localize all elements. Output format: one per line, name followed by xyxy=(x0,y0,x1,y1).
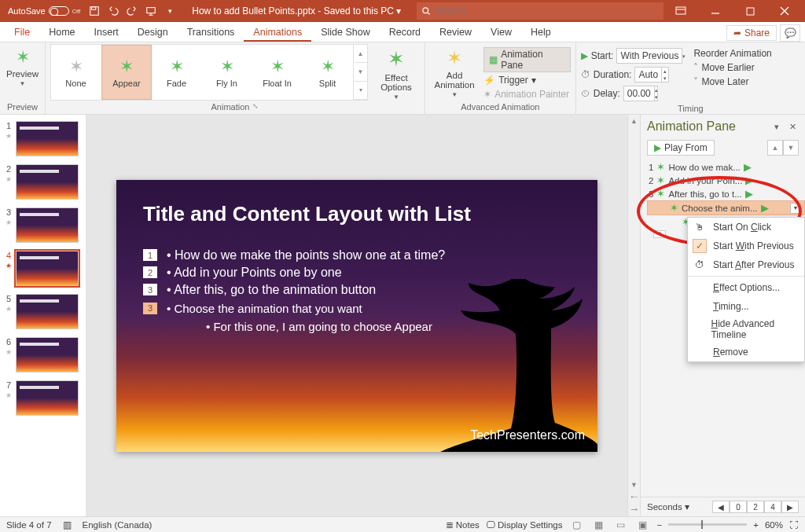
menu-remove[interactable]: Remove xyxy=(688,343,804,361)
document-title[interactable]: How to add Bullet Points.pptx - Saved to… xyxy=(192,6,401,17)
anim-seq-badge[interactable]: 3 xyxy=(143,303,157,314)
share-button[interactable]: ➦Share xyxy=(726,25,777,41)
thumb-row[interactable]: 7★ xyxy=(5,380,81,416)
gallery-item-split[interactable]: ✶Split xyxy=(303,45,353,100)
item-dropdown-icon[interactable]: ▾ xyxy=(790,203,801,214)
tab-insert[interactable]: Insert xyxy=(85,24,128,42)
maximize-icon[interactable] xyxy=(733,0,767,22)
thumb-row[interactable]: 4★ xyxy=(5,251,81,286)
thumb[interactable] xyxy=(16,337,79,372)
reading-view-icon[interactable]: ▭ xyxy=(613,519,629,531)
tab-animations[interactable]: Animations xyxy=(244,24,311,42)
gallery-item-flyin[interactable]: ✶Fly In xyxy=(202,45,252,100)
zoom-out-icon[interactable]: − xyxy=(657,520,663,530)
scroll-down-icon[interactable]: ▼ xyxy=(628,479,640,491)
slideshow-qat-icon[interactable] xyxy=(142,1,160,21)
search-input[interactable] xyxy=(436,6,659,17)
accessibility-icon[interactable]: ▥ xyxy=(63,519,72,530)
save-icon[interactable] xyxy=(85,1,104,21)
normal-view-icon[interactable]: ▢ xyxy=(569,519,585,531)
next-slide-icon[interactable]: ⭢ xyxy=(628,504,640,516)
start-select[interactable]: With Previous▾ xyxy=(616,48,682,64)
menu-timing[interactable]: Timing... xyxy=(688,297,804,316)
menu-start-with-previous[interactable]: ✓Start With Previous xyxy=(688,237,804,255)
tab-transitions[interactable]: Transitions xyxy=(178,24,244,42)
pane-close-icon[interactable]: ✕ xyxy=(786,120,799,133)
tab-help[interactable]: Help xyxy=(521,24,561,42)
timeline-tick[interactable]: 2 xyxy=(747,501,764,513)
move-later-button[interactable]: ˅Move Later xyxy=(693,75,771,88)
move-up-button[interactable]: ▲ xyxy=(767,140,783,156)
dialog-launcher-icon[interactable]: ⤡ xyxy=(252,102,259,112)
ribbon-display-icon[interactable] xyxy=(663,0,698,22)
thumb-row[interactable]: 1★ xyxy=(5,121,81,156)
anim-item[interactable]: 1✶How do we mak... ▶ xyxy=(647,160,805,174)
tab-view[interactable]: View xyxy=(481,24,521,42)
thumb[interactable] xyxy=(16,164,79,200)
gallery-item-none[interactable]: ✶None xyxy=(51,45,101,100)
thumb-row[interactable]: 5★ xyxy=(5,294,81,329)
menu-effect-options[interactable]: Effect Options... xyxy=(688,278,804,297)
collapse-toggle[interactable]: ⌃ xyxy=(653,230,666,238)
prev-slide-icon[interactable]: ⭠ xyxy=(628,491,640,504)
timeline-prev-icon[interactable]: ◀ xyxy=(712,501,730,513)
scroll-up-icon[interactable]: ▲ xyxy=(628,115,640,127)
anim-seq-badge[interactable]: 1 xyxy=(143,249,157,261)
zoom-in-icon[interactable]: + xyxy=(753,520,759,530)
close-icon[interactable] xyxy=(767,0,802,22)
move-earlier-button[interactable]: ˄Move Earlier xyxy=(693,61,771,74)
animation-pane-button[interactable]: ▦Animation Pane xyxy=(483,47,571,72)
gallery-item-floatin[interactable]: ✶Float In xyxy=(252,45,303,100)
thumb-row[interactable]: 3★ xyxy=(5,207,81,243)
autosave-toggle[interactable]: AutoSave Off xyxy=(3,6,85,16)
trigger-button[interactable]: ⚡Trigger ▾ xyxy=(483,74,571,86)
thumb-row[interactable]: 6★ xyxy=(5,337,81,372)
menu-start-on-click[interactable]: 🖱Start On Click xyxy=(688,218,804,237)
thumb[interactable] xyxy=(16,294,79,329)
redo-icon[interactable] xyxy=(123,1,142,21)
gallery-item-fade[interactable]: ✶Fade xyxy=(152,45,202,100)
timeline-tick[interactable]: 0 xyxy=(730,501,747,513)
duration-input[interactable]: Auto▴▾ xyxy=(634,67,669,83)
slide-canvas[interactable]: Title and Content Layout with List 1• Ho… xyxy=(116,180,597,452)
gallery-item-appear[interactable]: ✶Appear xyxy=(101,45,152,100)
preview-button[interactable]: ✶ Preview ▼ xyxy=(5,44,40,87)
timeline-next-icon[interactable]: ▶ xyxy=(781,501,799,513)
pane-options-icon[interactable]: ▾ xyxy=(770,120,783,133)
editor-vscroll[interactable]: ▲ ▼ ⭠ ⭢ xyxy=(627,115,640,516)
play-from-button[interactable]: ▶Play From xyxy=(647,140,715,156)
thumb-row[interactable]: 2★ xyxy=(5,164,81,200)
anim-item[interactable]: 2✶Add in your Poin... ▶ xyxy=(647,174,805,187)
thumb[interactable] xyxy=(16,380,79,416)
gallery-up-icon[interactable]: ▲ xyxy=(354,45,367,63)
tab-slideshow[interactable]: Slide Show xyxy=(311,24,380,42)
chevron-down-icon[interactable]: ▾ xyxy=(682,53,686,60)
comments-button[interactable]: 💬 xyxy=(780,24,800,42)
anim-seq-badge[interactable]: 2 xyxy=(143,266,157,278)
tab-design[interactable]: Design xyxy=(128,24,178,42)
notes-button[interactable]: ≣ Notes xyxy=(446,519,480,530)
gallery-more-icon[interactable]: ▾ xyxy=(354,82,367,100)
undo-icon[interactable] xyxy=(104,1,123,21)
fit-to-window-icon[interactable]: ⛶ xyxy=(789,520,799,530)
move-down-button[interactable]: ▼ xyxy=(783,140,799,156)
tab-home[interactable]: Home xyxy=(39,24,84,42)
language-indicator[interactable]: English (Canada) xyxy=(83,520,153,530)
search-box[interactable] xyxy=(417,2,663,20)
delay-input[interactable]: 00.00▴▾ xyxy=(623,86,658,101)
display-settings-button[interactable]: 🖵 Display Settings xyxy=(486,520,563,530)
add-animation-button[interactable]: ✶ Add Animation ▼ xyxy=(430,44,479,98)
zoom-slider[interactable] xyxy=(668,523,747,526)
slide-counter[interactable]: Slide 4 of 7 xyxy=(6,520,52,530)
tab-file[interactable]: File xyxy=(5,24,39,42)
gallery-down-icon[interactable]: ▼ xyxy=(354,63,367,81)
thumb[interactable] xyxy=(16,121,79,156)
timeline-tick[interactable]: 4 xyxy=(764,501,781,513)
anim-seq-badge[interactable]: 3 xyxy=(143,284,157,295)
menu-hide-timeline[interactable]: Hide Advanced Timeline xyxy=(688,316,804,343)
qat-more-icon[interactable]: ▾ xyxy=(160,1,179,21)
anim-item[interactable]: 3✶After this, go to t... ▶ xyxy=(647,187,805,200)
effect-options-button[interactable]: ✶ Effect Options ▼ xyxy=(373,44,420,101)
tab-review[interactable]: Review xyxy=(430,24,481,42)
sorter-view-icon[interactable]: ▦ xyxy=(591,519,607,531)
